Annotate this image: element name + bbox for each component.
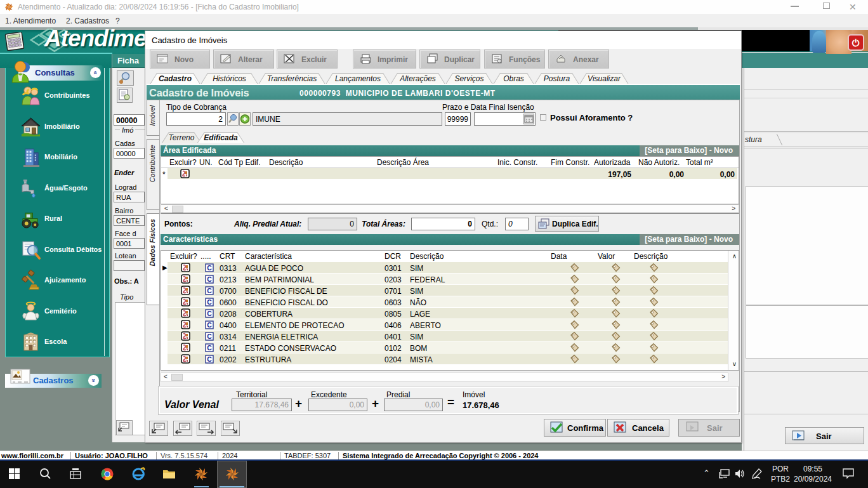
svg-text:C: C (207, 344, 212, 352)
svg-text:C: C (207, 355, 212, 363)
svg-text:C: C (207, 310, 212, 317)
svg-text:C: C (207, 298, 212, 306)
svg-text:C: C (207, 287, 212, 294)
svg-text:C: C (207, 333, 212, 340)
svg-text:C: C (207, 321, 212, 329)
svg-text:C: C (207, 264, 212, 272)
svg-text:C: C (207, 275, 212, 283)
